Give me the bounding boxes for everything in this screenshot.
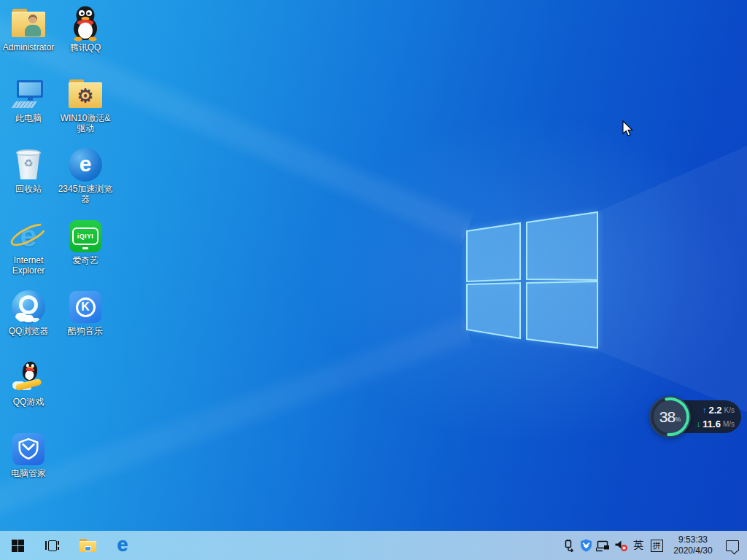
network-tray-button[interactable] <box>595 531 612 560</box>
internet-explorer-icon: e <box>11 219 46 254</box>
desktop-icon-internet-explorer[interactable]: e Internet Explorer <box>1 219 56 276</box>
usage-percent-dial[interactable]: 38% <box>649 396 691 438</box>
wallpaper-beam <box>0 311 474 551</box>
start-button[interactable] <box>0 531 35 560</box>
net-speed-widget[interactable]: ↑ 2.2 K/s ↓ 11.6 M/s 38% <box>649 396 743 438</box>
kugou-music-icon: K <box>68 289 103 324</box>
upload-arrow-icon: ↑ <box>703 406 707 414</box>
edge-browser-button[interactable]: e <box>105 531 140 560</box>
desktop-icon-label: 2345加速浏览器 <box>58 184 113 204</box>
speaker-muted-icon <box>614 540 628 552</box>
volume-tray-button[interactable] <box>612 531 630 560</box>
administrator-folder-icon <box>11 6 46 41</box>
taskbar: e <box>0 531 747 560</box>
desktop-icon-label: WIN10激活&驱动 <box>58 113 113 133</box>
pc-manager-tray-button[interactable] <box>577 531 595 560</box>
ethernet-network-icon <box>596 540 611 552</box>
desktop-icon-label: 回收站 <box>1 184 56 194</box>
desktop[interactable]: Administrator 腾讯QQ 此电脑 <box>0 0 747 560</box>
pinyin-badge: 拼 <box>651 540 663 552</box>
recycle-symbol-icon: ♻ <box>23 157 33 170</box>
task-view-icon <box>45 540 60 551</box>
desktop-icon-label: QQ游戏 <box>1 397 56 407</box>
desktop-icon-win10-activation[interactable]: ⚙ WIN10激活&驱动 <box>58 77 113 133</box>
upload-speed-value: 2.2 <box>708 405 721 416</box>
usb-tray-button[interactable] <box>560 531 577 560</box>
download-speed-value: 11.6 <box>703 419 721 429</box>
gear-icon: ⚙ <box>77 84 93 106</box>
clock-date: 2020/4/30 <box>673 545 712 556</box>
qq-games-icon <box>11 360 46 395</box>
usb-icon <box>562 539 575 552</box>
desktop-icon-qq-games[interactable]: QQ游戏 <box>1 360 56 407</box>
desktop-icon-tencent-qq[interactable]: 腾讯QQ <box>58 6 113 52</box>
windows-start-icon <box>12 540 24 552</box>
desktop-icon-qq-browser[interactable]: QQ浏览器 <box>1 289 56 336</box>
qq-penguin-icon <box>68 6 103 41</box>
2345-browser-icon: e <box>68 147 103 182</box>
desktop-icon-recycle-bin[interactable]: ♻ 回收站 <box>1 147 56 194</box>
desktop-icon-kugou-music[interactable]: K 酷狗音乐 <box>58 289 113 336</box>
clock-time: 9:53:33 <box>678 534 708 545</box>
desktop-icon-label: 电脑管家 <box>1 468 56 478</box>
desktop-icon-pc-manager[interactable]: 电脑管家 <box>1 432 56 478</box>
action-center-button[interactable] <box>720 531 745 560</box>
qq-browser-icon <box>11 289 46 324</box>
taskbar-clock[interactable]: 9:53:33 2020/4/30 <box>666 534 720 556</box>
shield-icon <box>580 539 592 552</box>
ime-pinyin-indicator[interactable]: 拼 <box>647 531 666 560</box>
download-speed-unit: M/s <box>723 420 735 428</box>
desktop-icon-label: Internet Explorer <box>1 255 56 276</box>
desktop-icon-2345-browser[interactable]: e 2345加速浏览器 <box>58 147 113 204</box>
desktop-icon-this-pc[interactable]: 此电脑 <box>1 77 56 123</box>
mouse-cursor <box>622 120 634 137</box>
desktop-icon-administrator[interactable]: Administrator <box>1 6 56 52</box>
action-center-icon <box>726 540 739 551</box>
upload-speed-unit: K/s <box>724 406 735 414</box>
windows-logo-wallpaper <box>438 190 627 372</box>
desktop-icon-label: 腾讯QQ <box>58 42 113 52</box>
desktop-icon-label: QQ浏览器 <box>1 326 56 336</box>
desktop-icon-label: 爱奇艺 <box>58 255 113 265</box>
file-explorer-icon <box>80 539 96 552</box>
download-arrow-icon: ↓ <box>697 420 701 428</box>
desktop-icon-iqiyi[interactable]: iQIYI 爱奇艺 <box>58 219 113 265</box>
task-view-button[interactable] <box>35 531 70 560</box>
desktop-icon-label: Administrator <box>1 42 56 52</box>
desktop-icon-label: 此电脑 <box>1 113 56 123</box>
desktop-icon-label: 酷狗音乐 <box>58 326 113 336</box>
usage-percent: 38% <box>649 396 691 438</box>
file-explorer-button[interactable] <box>70 531 105 560</box>
edge-icon: e <box>117 535 128 555</box>
ime-language-indicator[interactable]: 英 <box>630 531 647 560</box>
pc-manager-icon <box>11 432 46 467</box>
recycle-bin-icon: ♻ <box>11 147 46 182</box>
activation-folder-gear-icon: ⚙ <box>68 77 103 112</box>
iqiyi-icon: iQIYI <box>68 219 103 254</box>
system-tray: 英 拼 9:53:33 2020/4/30 <box>560 531 747 560</box>
this-pc-icon <box>11 77 46 112</box>
